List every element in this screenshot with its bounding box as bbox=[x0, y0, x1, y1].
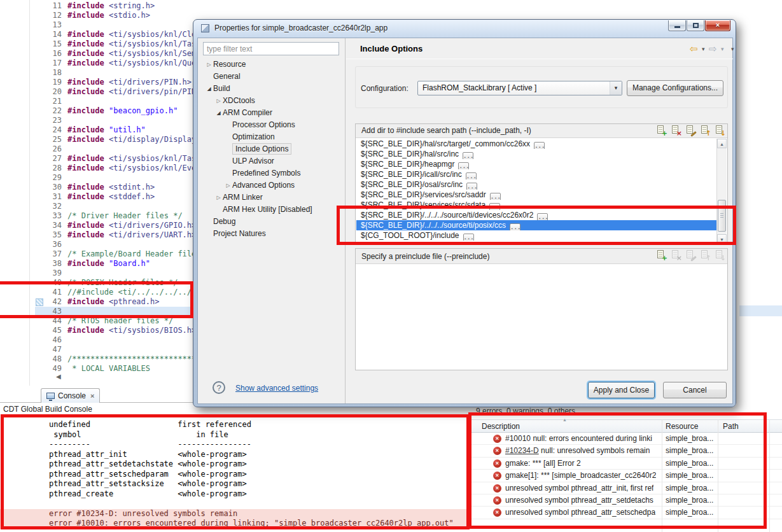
chevron-down-icon[interactable]: ▾ bbox=[610, 81, 622, 95]
browse-button[interactable]: ... bbox=[466, 172, 477, 179]
file-icon bbox=[687, 250, 693, 258]
editor-marker-icon[interactable] bbox=[36, 298, 43, 306]
include-path-item[interactable]: ${SRC_BLE_DIR}/../../../source/ti/posix/… bbox=[356, 220, 716, 230]
edit-icon[interactable] bbox=[685, 125, 695, 136]
browse-button[interactable]: ... bbox=[466, 183, 477, 190]
browse-button[interactable]: ... bbox=[458, 162, 469, 169]
filter-input[interactable] bbox=[203, 42, 339, 55]
code-editor[interactable]: 11#include <string.h>12#include <stdio.h… bbox=[0, 0, 210, 387]
include-path-item[interactable]: ${SRC_BLE_DIR}/services/src/saddr... bbox=[356, 190, 716, 200]
back-arrow-icon[interactable]: ⇦ bbox=[690, 43, 698, 55]
pane-divider[interactable] bbox=[345, 38, 346, 403]
forward-arrow-icon[interactable]: ⇨ bbox=[709, 43, 717, 55]
tree-item[interactable]: ULP Advisor bbox=[201, 155, 344, 167]
problem-row[interactable]: ×unresolved symbol pthread_attr_setsched… bbox=[469, 507, 782, 519]
file-icon bbox=[687, 125, 693, 134]
manage-configurations-button[interactable]: Manage Configurations... bbox=[627, 80, 723, 96]
column-resource[interactable]: Resource bbox=[666, 422, 698, 431]
tree-item[interactable]: ARM Hex Utility [Disabled] bbox=[201, 204, 344, 216]
tree-item[interactable]: Debug bbox=[201, 216, 344, 228]
show-advanced-settings-link[interactable]: Show advanced settings bbox=[235, 384, 318, 393]
forward-dropdown-icon[interactable]: ▾ bbox=[721, 46, 724, 52]
expand-icon[interactable]: ▷ bbox=[214, 95, 223, 107]
scroll-down-icon[interactable]: ▼ bbox=[717, 234, 727, 244]
include-path-item[interactable]: ${SRC_BLE_DIR}/services/src/sdata... bbox=[356, 200, 716, 210]
tree-item[interactable]: Include Options bbox=[201, 143, 344, 155]
expand-icon[interactable]: ▷ bbox=[214, 192, 223, 204]
back-dropdown-icon[interactable]: ▾ bbox=[702, 46, 705, 52]
tree-item[interactable]: ◢Build bbox=[201, 83, 344, 95]
problem-row[interactable]: ×unresolved symbol pthread_attr_setdetac… bbox=[469, 494, 782, 507]
tree-item[interactable]: Predefined Symbols bbox=[201, 167, 344, 179]
problem-row[interactable]: ×unresolved symbol pthread_attr_init, fi… bbox=[469, 482, 782, 494]
problems-panel[interactable]: 9 errors, 0 warnings, 0 others Descripti… bbox=[469, 403, 782, 532]
editor-line: 19#include <ti/drivers/PIN.h> bbox=[0, 78, 210, 87]
error-id-link[interactable]: #10234-D bbox=[505, 446, 539, 455]
column-path[interactable]: Path bbox=[723, 422, 739, 431]
problem-row[interactable]: ×#10234-D null: unresolved symbols remai… bbox=[469, 445, 782, 457]
browse-button[interactable]: ... bbox=[463, 152, 473, 159]
code-segment: <pthread.h> bbox=[104, 297, 160, 306]
include-path-item[interactable]: ${SRC_BLE_DIR}/hal/src/target/_common/cc… bbox=[356, 139, 716, 149]
minimize-button[interactable] bbox=[668, 20, 686, 31]
editor-line: 48/********************************* bbox=[0, 354, 210, 364]
hscroll-left-arrow-icon[interactable]: ◀ bbox=[56, 373, 61, 380]
code-segment: "beacon_gpio.h" bbox=[104, 106, 178, 115]
tab-console[interactable]: Console × bbox=[41, 388, 100, 403]
include-path-item[interactable]: ${SRC_BLE_DIR}/heapmgr... bbox=[356, 159, 716, 169]
delete-icon[interactable]: × bbox=[671, 125, 681, 136]
configuration-label: Configuration: bbox=[361, 84, 408, 93]
browse-button[interactable]: ... bbox=[490, 193, 501, 200]
scrollbar[interactable]: ▲ ▼ bbox=[716, 139, 727, 244]
expand-icon[interactable]: ▷ bbox=[224, 179, 232, 192]
tree-item[interactable]: Processor Options bbox=[201, 119, 344, 131]
move-up-icon[interactable]: ↑ bbox=[700, 125, 710, 136]
problem-resource: simple_broa... bbox=[666, 470, 720, 482]
tree-item[interactable]: ▷Advanced Options bbox=[201, 179, 344, 192]
move-down-icon[interactable]: ↓ bbox=[715, 125, 725, 136]
problem-row[interactable]: ×#10010 null: errors encountered during … bbox=[469, 433, 782, 445]
configuration-select[interactable]: FlashROM_StackLibrary [ Active ] ▾ bbox=[417, 81, 622, 95]
problem-description: unresolved symbol pthread_attr_init, fir… bbox=[505, 482, 653, 494]
tree-item[interactable]: Optimization bbox=[201, 131, 344, 143]
browse-button[interactable]: ... bbox=[534, 142, 545, 149]
tree-item[interactable]: ▷XDCtools bbox=[201, 95, 344, 107]
close-button[interactable]: × bbox=[705, 20, 730, 31]
line-number: 25 bbox=[0, 135, 67, 144]
tree-item[interactable]: General bbox=[201, 71, 344, 83]
browse-button[interactable]: ... bbox=[463, 234, 474, 241]
apply-and-close-button[interactable]: Apply and Close bbox=[588, 382, 655, 398]
sort-ascending-icon: ▲ bbox=[562, 417, 567, 422]
add-dir-icon[interactable]: + bbox=[656, 250, 666, 260]
close-icon[interactable]: × bbox=[89, 392, 94, 400]
add-dir-icon[interactable]: + bbox=[656, 125, 666, 136]
expand-icon[interactable]: ▷ bbox=[205, 59, 213, 71]
include-path-item[interactable]: ${SRC_BLE_DIR}/../../../source/ti/device… bbox=[356, 210, 716, 220]
collapse-icon[interactable]: ◢ bbox=[205, 83, 213, 95]
include-path-list[interactable]: ${SRC_BLE_DIR}/hal/src/target/_common/cc… bbox=[356, 139, 716, 241]
include-path-item[interactable]: ${SRC_BLE_DIR}/hal/src/inc... bbox=[356, 149, 716, 159]
scroll-up-icon[interactable]: ▲ bbox=[717, 139, 727, 148]
tree-item[interactable]: ◢ARM Compiler bbox=[201, 107, 344, 119]
view-menu-icon[interactable]: ▾ bbox=[731, 46, 734, 52]
browse-button[interactable]: ... bbox=[537, 213, 548, 220]
tree-item-label: Build bbox=[213, 84, 230, 93]
include-path-item[interactable]: ${SRC_BLE_DIR}/osal/src/inc... bbox=[356, 179, 716, 190]
include-path-item[interactable]: ${SRC_BLE_DIR}/icall/src/inc... bbox=[356, 169, 716, 179]
collapse-icon[interactable]: ◢ bbox=[214, 107, 223, 119]
problem-row[interactable]: ×gmake[1]: *** [simple_broadcaster_cc264… bbox=[469, 470, 782, 482]
scrollbar-thumb[interactable] bbox=[718, 200, 726, 232]
help-icon[interactable]: ? bbox=[213, 381, 225, 394]
problem-description-text: unresolved symbol pthread_attr_init, fir… bbox=[505, 484, 653, 493]
tree-item[interactable]: ▷ARM Linker bbox=[201, 192, 344, 204]
console-panel[interactable]: Console × CDT Global Build Console undef… bbox=[0, 387, 469, 532]
browse-button[interactable]: ... bbox=[489, 203, 500, 210]
cancel-button[interactable]: Cancel bbox=[663, 382, 727, 398]
maximize-button[interactable] bbox=[687, 20, 704, 31]
tree-item[interactable]: ▷Resource bbox=[201, 59, 344, 71]
column-description[interactable]: Description bbox=[482, 422, 520, 431]
include-path-item[interactable]: ${CG_TOOL_ROOT}/include... bbox=[356, 230, 716, 241]
problem-row[interactable]: ×gmake: *** [all] Error 2simple_broa... bbox=[469, 458, 782, 470]
tree-item[interactable]: Project Natures bbox=[201, 228, 344, 240]
browse-button[interactable]: ... bbox=[510, 223, 520, 230]
